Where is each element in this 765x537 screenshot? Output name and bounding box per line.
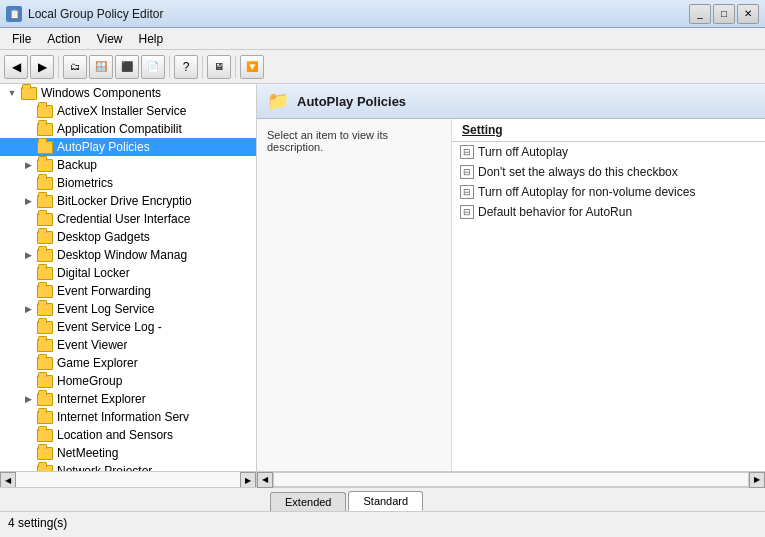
tab-extended[interactable]: Extended bbox=[270, 492, 346, 511]
folder-large-icon: 📁 bbox=[267, 90, 289, 112]
expander-icon: ▶ bbox=[20, 157, 36, 173]
setting-label: Default behavior for AutoRun bbox=[478, 205, 632, 219]
settings-column-header: Setting bbox=[452, 119, 765, 142]
setting-row[interactable]: ⊟ Default behavior for AutoRun bbox=[452, 202, 765, 222]
list-item[interactable]: ▶ Backup bbox=[0, 156, 256, 174]
tree-item-label-biometrics: Biometrics bbox=[57, 176, 113, 190]
hscroll-right-button[interactable]: ▶ bbox=[240, 472, 256, 487]
list-item[interactable]: Network Projector bbox=[0, 462, 256, 471]
folder-icon bbox=[36, 103, 54, 119]
setting-icon: ⊟ bbox=[460, 145, 474, 159]
list-item[interactable]: Game Explorer bbox=[0, 354, 256, 372]
tree-horizontal-scrollbar[interactable]: ◀ ▶ bbox=[0, 471, 256, 487]
minimize-button[interactable]: _ bbox=[689, 4, 711, 24]
tree-item-label-iis: Internet Information Serv bbox=[57, 410, 189, 424]
forward-button[interactable]: ▶ bbox=[30, 55, 54, 79]
list-item[interactable]: ▶ BitLocker Drive Encryptio bbox=[0, 192, 256, 210]
setting-row[interactable]: ⊟ Turn off Autoplay for non-volume devic… bbox=[452, 182, 765, 202]
tree-root-item[interactable]: ▼ Windows Components bbox=[0, 84, 256, 102]
forward2-button[interactable]: 📄 bbox=[141, 55, 165, 79]
hscroll-right-button[interactable]: ▶ bbox=[749, 472, 765, 488]
expander-icon bbox=[20, 337, 36, 353]
right-pane: 📁 AutoPlay Policies Select an item to vi… bbox=[257, 84, 765, 487]
list-item[interactable]: Event Viewer bbox=[0, 336, 256, 354]
list-item[interactable]: ▶ Desktop Window Manag bbox=[0, 246, 256, 264]
tree-item-label: Application Compatibilit bbox=[57, 122, 182, 136]
tree-pane: ▼ Windows Components ActiveX Installer S… bbox=[0, 84, 257, 487]
maximize-button[interactable]: □ bbox=[713, 4, 735, 24]
right-horizontal-scrollbar[interactable]: ◀ ▶ bbox=[257, 471, 765, 487]
expander-icon bbox=[20, 355, 36, 371]
hscroll-left-button[interactable]: ◀ bbox=[257, 472, 273, 488]
close-button[interactable]: ✕ bbox=[737, 4, 759, 24]
list-item[interactable]: ActiveX Installer Service bbox=[0, 102, 256, 120]
list-item[interactable]: Biometrics bbox=[0, 174, 256, 192]
folder-icon bbox=[36, 139, 54, 155]
list-item[interactable]: HomeGroup bbox=[0, 372, 256, 390]
hscroll-left-button[interactable]: ◀ bbox=[0, 472, 16, 487]
tree-item-label: Event Log Service bbox=[57, 302, 154, 316]
list-item[interactable]: ▶ Internet Explorer bbox=[0, 390, 256, 408]
menu-help[interactable]: Help bbox=[131, 30, 172, 48]
toolbar-separator-1 bbox=[58, 56, 59, 78]
setting-row[interactable]: ⊟ Turn off Autoplay bbox=[452, 142, 765, 162]
tree-item-label: HomeGroup bbox=[57, 374, 122, 388]
list-item[interactable]: Event Service Log - bbox=[0, 318, 256, 336]
tab-standard[interactable]: Standard bbox=[348, 491, 423, 511]
show-tree-button[interactable]: 🗂 bbox=[63, 55, 87, 79]
menu-view[interactable]: View bbox=[89, 30, 131, 48]
expander-icon: ▶ bbox=[20, 193, 36, 209]
menu-action[interactable]: Action bbox=[39, 30, 88, 48]
toolbar-separator-2 bbox=[169, 56, 170, 78]
hscroll-track[interactable] bbox=[16, 472, 240, 487]
expander-icon: ▶ bbox=[20, 247, 36, 263]
list-item[interactable]: Internet Information Serv bbox=[0, 408, 256, 426]
setting-icon: ⊟ bbox=[460, 165, 474, 179]
folder-icon bbox=[36, 157, 54, 173]
expander-icon: ▼ bbox=[4, 85, 20, 101]
folder-icon bbox=[36, 355, 54, 371]
list-item[interactable]: NetMeeting bbox=[0, 444, 256, 462]
tree-item-label: Internet Explorer bbox=[57, 392, 146, 406]
status-text: 4 setting(s) bbox=[8, 516, 557, 530]
tree-item-label: Digital Locker bbox=[57, 266, 130, 280]
folder-icon bbox=[36, 373, 54, 389]
tree-item-label: Desktop Window Manag bbox=[57, 248, 187, 262]
folder-icon bbox=[36, 463, 54, 471]
list-item[interactable]: Digital Locker bbox=[0, 264, 256, 282]
list-item-autoplay[interactable]: AutoPlay Policies bbox=[0, 138, 256, 156]
list-item[interactable]: Desktop Gadgets bbox=[0, 228, 256, 246]
tree-item-label: BitLocker Drive Encryptio bbox=[57, 194, 192, 208]
hscroll-track[interactable] bbox=[273, 472, 749, 487]
list-item[interactable]: Credential User Interface bbox=[0, 210, 256, 228]
list-item[interactable]: Location and Sensors bbox=[0, 426, 256, 444]
expander-icon bbox=[20, 211, 36, 227]
window-title: Local Group Policy Editor bbox=[28, 7, 163, 21]
right-pane-header: 📁 AutoPlay Policies bbox=[257, 84, 765, 119]
computer-button[interactable]: 🖥 bbox=[207, 55, 231, 79]
back-button[interactable]: ◀ bbox=[4, 55, 28, 79]
tree-item-label: Event Viewer bbox=[57, 338, 127, 352]
expander-icon bbox=[20, 121, 36, 137]
expander-icon: ▶ bbox=[20, 301, 36, 317]
tree-item-label-location: Location and Sensors bbox=[57, 428, 173, 442]
filter-button[interactable]: 🔽 bbox=[240, 55, 264, 79]
tree-item-label: NetMeeting bbox=[57, 446, 118, 460]
back2-button[interactable]: ⬛ bbox=[115, 55, 139, 79]
expander-icon bbox=[20, 265, 36, 281]
expander-icon bbox=[20, 229, 36, 245]
help-button[interactable]: ? bbox=[174, 55, 198, 79]
tree-content[interactable]: ▼ Windows Components ActiveX Installer S… bbox=[0, 84, 256, 471]
window-controls: _ □ ✕ bbox=[689, 4, 759, 24]
folder-icon bbox=[36, 409, 54, 425]
menu-file[interactable]: File bbox=[4, 30, 39, 48]
description-pane: Select an item to view its description. bbox=[257, 119, 452, 471]
expander-icon: ▶ bbox=[20, 391, 36, 407]
list-item[interactable]: Event Forwarding bbox=[0, 282, 256, 300]
list-item[interactable]: Application Compatibilit bbox=[0, 120, 256, 138]
new-window-button[interactable]: 🪟 bbox=[89, 55, 113, 79]
setting-row[interactable]: ⊟ Don't set the always do this checkbox bbox=[452, 162, 765, 182]
list-item[interactable]: ▶ Event Log Service bbox=[0, 300, 256, 318]
toolbar: ◀ ▶ 🗂 🪟 ⬛ 📄 ? 🖥 🔽 bbox=[0, 50, 765, 84]
status-bar: 4 setting(s) bbox=[0, 511, 765, 533]
